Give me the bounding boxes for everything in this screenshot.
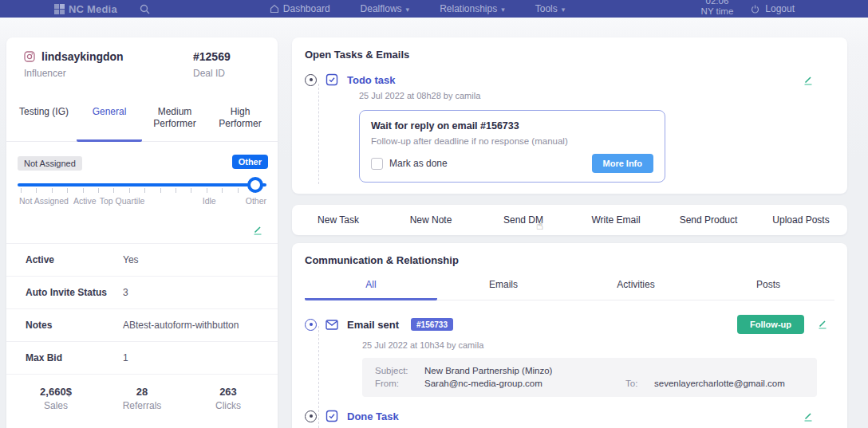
mark-as-done-control[interactable]: Mark as done [371,158,448,170]
clock-time: 02:06 [706,0,729,6]
tab-high-performer[interactable]: High Performer [207,101,273,142]
nav-item-label: Relationships [440,3,497,14]
communication-card: Communication & Relationship All Emails … [292,243,847,428]
deal-info: #12569 Deal ID [193,50,262,79]
field-label: Auto Invite Status [26,287,123,298]
edit-task-button[interactable] [803,75,814,86]
nav-item-dealflows[interactable]: Dealflows ▾ [361,3,410,14]
mouse-cursor-icon: ☝ [536,218,543,233]
clock-timezone: NY time [701,6,734,17]
instagram-icon [24,51,35,62]
edit-fields-button[interactable] [6,217,278,243]
slider-track[interactable] [18,183,266,187]
field-value: 1 [123,352,268,363]
email-id-badge: #156733 [411,318,453,331]
communication-tabs: All Emails Activities Posts [305,276,834,300]
email-details-box: Subject: New Brand Partnership (Minzo) F… [362,358,817,397]
timeline-dot-icon[interactable] [305,74,317,86]
stat-clicks: 263 Clicks [185,386,271,411]
clock-display: 02:06 NY time [701,0,734,17]
tab-activities[interactable]: Activities [570,276,702,300]
to-label: To: [625,379,654,388]
stat-referrals: 28 Referrals [99,386,185,411]
nav-item-dashboard[interactable]: Dashboard [270,3,330,14]
timeline-dot-icon[interactable] [305,319,317,331]
chevron-down-icon: ▾ [501,6,505,14]
from-value: Sarah@nc-media-group.com [424,379,625,388]
tick-label-idle: Idle [203,196,216,206]
done-task-link[interactable]: Done Task [347,410,399,422]
communication-title: Communication & Relationship [305,254,834,266]
tab-posts[interactable]: Posts [702,276,834,300]
profile-fields: Active Yes Auto Invite Status 3 Notes AB… [6,243,278,374]
more-info-button[interactable]: More Info [592,154,654,173]
edit-email-button[interactable] [817,319,828,330]
tab-all[interactable]: All [305,276,437,300]
logout-button[interactable]: Logout [751,3,795,14]
field-row: Max Bid 1 [6,341,278,374]
power-icon [751,5,760,14]
email-sent-row: Email sent #156733 Follow-up [305,315,834,334]
edit-done-task-button[interactable] [803,411,814,422]
nav-item-relationships[interactable]: Relationships ▾ [440,3,505,14]
todo-task-meta: 25 Jul 2022 at 08h28 by camila [359,91,834,100]
stat-label: Referrals [99,400,185,411]
send-dm-button[interactable]: Send DM [477,214,570,226]
to-value: sevenlayercharlotte@gmail.com [654,379,804,388]
tab-medium-performer[interactable]: Medium Performer [142,101,207,142]
logout-label: Logout [765,3,795,14]
tab-general[interactable]: General [77,101,142,142]
follow-up-button[interactable]: Follow-up [737,315,804,334]
todo-task-link[interactable]: Todo task [347,74,395,86]
stat-sales: 2,660$ Sales [13,386,99,411]
influencer-username: lindsaykingdon [41,50,124,63]
new-note-button[interactable]: New Note [385,214,477,226]
influencer-role: Influencer [24,68,124,79]
tab-emails[interactable]: Emails [437,276,570,300]
subject-value: New Brand Partnership (Minzo) [424,366,804,375]
stat-label: Clicks [185,400,271,411]
todo-task-detail-card: Wait for reply on email #156733 Follow-u… [359,110,665,183]
nav-item-tools[interactable]: Tools ▾ [535,3,566,14]
influencer-profile-card: lindsaykingdon Influencer #12569 Deal ID… [6,37,278,428]
nav-right-group: 02:06 NY time Logout [701,1,795,17]
profile-name-row: lindsaykingdon [24,50,124,63]
profile-identity: lindsaykingdon Influencer [24,50,124,79]
chevron-down-icon: ▾ [562,6,566,14]
deal-id-label: Deal ID [193,68,262,79]
task-detail-actions: Mark as done More Info [371,154,653,173]
nav-item-label: Dealflows [361,3,402,14]
field-row: Auto Invite Status 3 [6,276,278,308]
logo-grid-icon [54,4,65,14]
task-detail-subtitle: Follow-up after deadline if no response … [371,136,653,146]
timeline-dot-icon[interactable] [305,410,317,422]
email-sent-title[interactable]: Email sent [347,319,399,331]
envelope-icon [326,320,338,330]
main-column: Open Tasks & Emails Todo task 25 Jul 202… [292,37,847,428]
open-tasks-card: Open Tasks & Emails Todo task 25 Jul 202… [292,37,847,194]
new-task-button[interactable]: New Task [292,214,385,226]
tab-testing-ig[interactable]: Testing (IG) [11,101,77,142]
mark-as-done-checkbox[interactable] [371,158,383,170]
from-label: From: [375,379,424,388]
todo-task-row: Todo task [305,73,834,86]
email-sent-meta: 25 Jul 2022 at 10h34 by camila [362,340,834,350]
app-logo[interactable]: NC Media [54,3,117,15]
stat-value: 28 [99,386,185,398]
send-product-button[interactable]: Send Product [662,214,755,226]
open-tasks-title: Open Tasks & Emails [305,49,834,61]
status-badge: Not Assigned [18,156,82,171]
status-slider[interactable]: Not Assigned Active Top Quartile Idle Ot… [18,183,266,207]
slider-handle[interactable] [247,177,263,193]
subject-label: Subject: [375,366,424,375]
stat-value: 263 [185,386,271,398]
write-email-button[interactable]: Write Email [570,214,662,226]
field-row: Active Yes [6,243,278,276]
task-detail-title: Wait for reply on email #156733 [371,120,653,132]
upload-posts-button[interactable]: Upload Posts [755,214,847,226]
edit-pencil-icon [817,319,828,330]
slider-value-tooltip: Other [232,155,268,169]
timeline-dashed-line [318,84,319,184]
search-button[interactable] [140,4,150,14]
status-slider-section: Not Assigned Other Not Assigned Active T… [18,156,266,217]
